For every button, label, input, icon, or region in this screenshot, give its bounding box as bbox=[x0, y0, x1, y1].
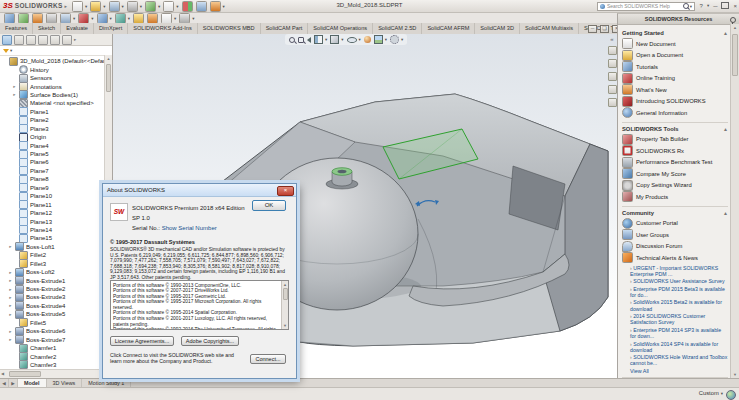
units-selector[interactable]: Custom ▾ bbox=[699, 390, 723, 396]
resources-tab-icon[interactable] bbox=[608, 46, 617, 55]
task-pane-link[interactable]: Online Training bbox=[622, 73, 728, 85]
tree-item[interactable]: ▸ 3D_Mold_2018 (Default<<Default>_Disp bbox=[0, 57, 105, 65]
tree-item[interactable]: ▸ Material <not specified> bbox=[0, 99, 105, 107]
tree-item[interactable]: ▸ Plane5 bbox=[0, 150, 105, 158]
configurationmanager-tab-icon[interactable] bbox=[26, 35, 36, 45]
command-tab[interactable]: SolidCAM Operations bbox=[308, 23, 373, 34]
collapse-panel-icon[interactable]: « bbox=[610, 36, 613, 42]
command-tab[interactable]: SolidCAM Multiaxis bbox=[520, 23, 579, 34]
new-document-icon[interactable] bbox=[72, 1, 83, 12]
view-settings-icon[interactable] bbox=[390, 35, 399, 44]
license-text-box[interactable]: Portions of this software © 1990-2013 Co… bbox=[110, 280, 289, 330]
command-tab[interactable]: SolidCAM Part bbox=[261, 23, 309, 34]
tree-item[interactable]: ▸ History bbox=[0, 65, 105, 73]
tree-item[interactable]: ▸ Surface Bodies(1) bbox=[0, 91, 105, 99]
task-pane-link[interactable]: Tutorials bbox=[622, 61, 728, 73]
task-pane-link[interactable]: Open a Document bbox=[622, 50, 728, 62]
news-link[interactable]: Enterprise PDM 2015 Beta3 is available f… bbox=[630, 286, 728, 298]
minimize-icon[interactable]: ─ bbox=[713, 3, 717, 9]
tree-item[interactable]: ▸ Chamfer3 bbox=[0, 361, 105, 369]
print-icon[interactable] bbox=[127, 1, 138, 12]
expand-icon[interactable]: ▸ bbox=[8, 278, 13, 283]
previous-view-icon[interactable] bbox=[307, 37, 311, 43]
tree-item[interactable]: ▸ Fillet3 bbox=[0, 260, 105, 268]
undo-icon[interactable] bbox=[145, 1, 156, 12]
tree-item[interactable]: ▸ Sensors bbox=[0, 74, 105, 82]
adobe-copyrights-button[interactable]: Adobe Copyrights... bbox=[181, 336, 239, 346]
license-agreements-button[interactable]: License Agreements... bbox=[110, 336, 174, 346]
restore-icon[interactable] bbox=[721, 2, 729, 9]
news-link[interactable]: URGENT - Important SOLIDWORKS Enterprise… bbox=[630, 265, 728, 277]
news-link[interactable]: Enterprise PDM 2014 SP3 is available for… bbox=[630, 327, 728, 339]
tree-item[interactable]: ▸ Boss-Extrude4 bbox=[0, 302, 105, 310]
ok-button[interactable]: OK bbox=[252, 200, 286, 211]
collapse-section-icon[interactable]: ▲ bbox=[723, 210, 728, 216]
tree-item[interactable]: ▸ Boss-Extrude2 bbox=[0, 285, 105, 293]
task-pane-link[interactable]: Technical Alerts & News bbox=[622, 252, 728, 264]
hide-show-items-icon[interactable] bbox=[347, 37, 357, 43]
scroll-up-icon[interactable]: ▲ bbox=[282, 281, 288, 288]
task-pane-link[interactable]: What's New bbox=[622, 84, 728, 96]
file-properties-icon[interactable] bbox=[196, 1, 207, 12]
dialog-titlebar[interactable]: About SOLIDWORKS × bbox=[103, 184, 296, 197]
close-icon[interactable]: × bbox=[733, 3, 737, 9]
task-pane-link[interactable]: SOLIDWORKS Rx bbox=[622, 145, 728, 157]
file-explorer-tab-icon[interactable] bbox=[608, 72, 617, 81]
view-orientation-icon[interactable] bbox=[330, 35, 339, 44]
zoom-fit-icon[interactable] bbox=[289, 37, 295, 43]
tree-item[interactable]: ▸ Chamfer1 bbox=[0, 344, 105, 352]
task-pane-link[interactable]: Introducing SOLIDWORKS bbox=[622, 96, 728, 108]
tree-horizontal-scrollbar[interactable]: ◀ ▶ bbox=[0, 369, 105, 378]
tree-item[interactable]: ▸ Plane13 bbox=[0, 217, 105, 225]
open-icon[interactable] bbox=[90, 1, 101, 12]
displaymanager-tab-icon[interactable] bbox=[50, 35, 60, 45]
cam-tree-tab-icon[interactable] bbox=[62, 35, 72, 45]
view-all-link[interactable]: View All bbox=[630, 368, 728, 374]
command-tab[interactable]: SOLIDWORKS MBD bbox=[198, 23, 261, 34]
featuremanager-tab-icon[interactable] bbox=[2, 35, 12, 45]
rebuild-icon[interactable] bbox=[182, 1, 193, 12]
view-palette-tab-icon[interactable] bbox=[608, 85, 617, 94]
expand-icon[interactable]: ▸ bbox=[8, 270, 13, 275]
doc-minimize-icon[interactable]: ─ bbox=[588, 25, 597, 33]
zoom-area-icon[interactable] bbox=[298, 37, 304, 43]
tree-item[interactable]: ▸ Plane12 bbox=[0, 209, 105, 217]
command-tab[interactable]: Evaluate bbox=[61, 23, 94, 34]
tree-item[interactable]: ▸ Plane3 bbox=[0, 125, 105, 133]
options-icon[interactable] bbox=[210, 1, 221, 12]
search-icon[interactable] bbox=[683, 3, 689, 9]
expand-icon[interactable]: ▸ bbox=[8, 295, 13, 300]
tree-item[interactable]: ▸ Plane2 bbox=[0, 116, 105, 124]
toolbar-icon[interactable] bbox=[147, 13, 158, 24]
scroll-down-icon[interactable]: ▼ bbox=[731, 371, 739, 378]
news-link[interactable]: SolidWorks 2014 SP4 is available for dow… bbox=[630, 341, 728, 353]
design-library-tab-icon[interactable] bbox=[608, 59, 617, 68]
toolbar-icon[interactable] bbox=[179, 13, 190, 24]
tree-item[interactable]: ▸ Plane6 bbox=[0, 158, 105, 166]
tree-item[interactable]: ▸ Plane9 bbox=[0, 184, 105, 192]
task-pane-link[interactable]: Performance Benchmark Test bbox=[622, 157, 728, 169]
tree-item[interactable]: ▸ Origin bbox=[0, 133, 105, 141]
news-link[interactable]: SOLIDWORKS Hole Wizard and Toolbox canno… bbox=[630, 354, 728, 366]
show-serial-number-link[interactable]: Show Serial Number bbox=[162, 225, 217, 231]
section-solidworks-tools[interactable]: SOLIDWORKS Tools ▲ bbox=[622, 126, 728, 132]
tree-item[interactable]: ▸ Boss-Loft1 bbox=[0, 243, 105, 251]
toolbar-icon[interactable] bbox=[161, 13, 172, 24]
news-link[interactable]: 2014 SOLIDWORKS Customer Satisfaction Su… bbox=[630, 313, 728, 325]
expand-icon[interactable]: ▸ bbox=[8, 312, 13, 317]
collapse-section-icon[interactable]: ▲ bbox=[723, 126, 728, 132]
tree-item[interactable]: ▸ Annotations bbox=[0, 82, 105, 90]
scroll-thumb[interactable] bbox=[9, 371, 41, 377]
tabs-overflow-icon[interactable]: ▸ bbox=[74, 37, 76, 42]
tree-item[interactable]: ▸ Chamfer2 bbox=[0, 352, 105, 360]
task-pane-scrollbar[interactable]: ▲ ▼ bbox=[730, 24, 739, 378]
news-link[interactable]: SOLIDWORKS User Assistance Survey bbox=[630, 278, 728, 284]
menu-flyout-icon[interactable]: ▸ bbox=[65, 3, 68, 9]
task-pane-link[interactable]: Copy Settings Wizard bbox=[622, 180, 728, 192]
appearances-tab-icon[interactable] bbox=[608, 98, 617, 107]
connect-button[interactable]: Connect... bbox=[250, 354, 286, 364]
scroll-left-icon[interactable]: ◀ bbox=[1, 370, 4, 377]
expand-icon[interactable]: ▸ bbox=[8, 303, 13, 308]
toolbar-icon[interactable] bbox=[32, 13, 43, 24]
tree-item[interactable]: ▸ Plane1 bbox=[0, 108, 105, 116]
